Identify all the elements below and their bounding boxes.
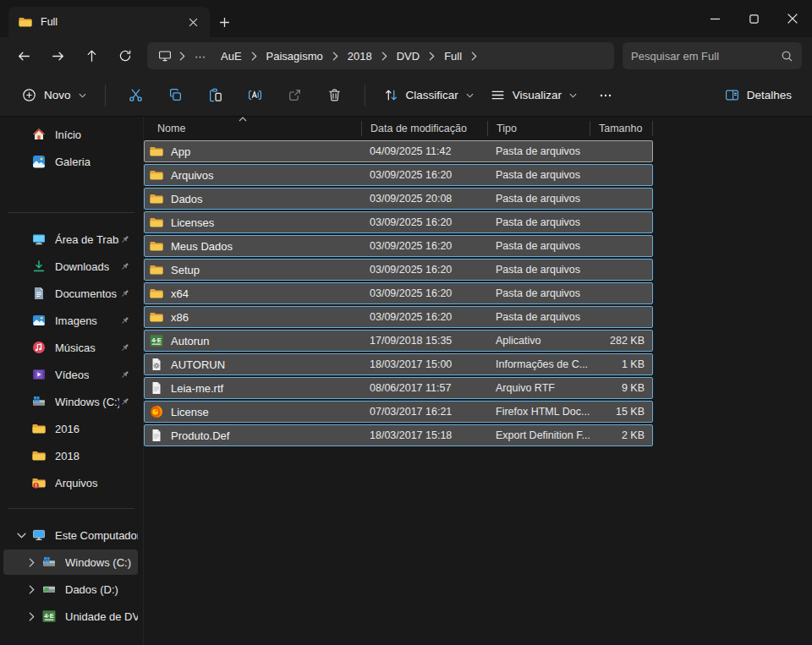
chevron-right-icon	[469, 52, 479, 61]
chevron-right-icon[interactable]	[20, 558, 42, 567]
file-name-cell: Meus Dados	[145, 239, 361, 253]
tab-close-icon[interactable]	[183, 12, 203, 32]
this-pc-icon	[32, 528, 46, 542]
chevron-down-icon	[569, 93, 577, 98]
file-row-setup[interactable]: Setup03/09/2025 16:20Pasta de arquivos	[144, 259, 653, 281]
close-icon[interactable]	[773, 0, 812, 37]
breadcrumb-this-pc[interactable]	[152, 46, 178, 66]
pin-icon	[119, 234, 130, 245]
sidebar-item-musicas[interactable]: Músicas	[3, 335, 138, 360]
rename-icon[interactable]	[235, 79, 275, 112]
sidebar-item-unidade-de-dvd[interactable]: 4·EUnidade de DVD	[3, 604, 138, 629]
sidebar-item-galeria[interactable]: Galeria	[3, 149, 138, 174]
new-tab-button[interactable]	[210, 7, 239, 37]
breadcrumb-2018[interactable]: 2018	[340, 46, 380, 66]
column-header-tamanho[interactable]: Tamanho	[590, 121, 653, 136]
details-button[interactable]: Detalhes	[716, 81, 800, 109]
cut-icon[interactable]	[116, 79, 156, 112]
sidebar-item-este-computador[interactable]: Este Computador	[3, 522, 138, 548]
file-type: Informações de C...	[487, 358, 590, 370]
up-icon[interactable]	[74, 42, 108, 69]
breadcrumb-aue[interactable]: AuE	[213, 46, 250, 66]
file-row-leia-me-rtf[interactable]: Leia-me.rtf08/06/2017 11:57Arquivo RTF9 …	[144, 377, 653, 399]
search-icon	[781, 50, 793, 63]
sidebar-item-2018[interactable]: 2018	[3, 443, 138, 468]
file-size: 15 KB	[590, 406, 652, 418]
navigation-pane: InícioGaleriaÁrea de TrabalhDownloadsDoc…	[0, 117, 144, 645]
breadcrumb-overflow[interactable]: ···	[187, 46, 213, 66]
sidebar-item-windows-c[interactable]: Windows (C:)	[3, 389, 138, 414]
new-button[interactable]: Novo	[14, 81, 95, 109]
file-name-cell: x64	[145, 287, 361, 300]
chevron-right-icon	[380, 52, 389, 61]
sort-button[interactable]: Classificar	[376, 81, 482, 109]
breadcrumb-full[interactable]: Full	[436, 46, 469, 66]
column-header-data-de-modificacao[interactable]: Data de modificação	[361, 121, 487, 136]
search-box[interactable]	[623, 42, 802, 69]
view-button[interactable]: Visualizar	[482, 81, 585, 109]
sidebar-item-dados-d[interactable]: Dados (D:)	[3, 577, 138, 602]
file-row-license[interactable]: License07/03/2017 16:21Firefox HTML Doc.…	[144, 401, 653, 423]
column-header-tipo[interactable]: Tipo	[487, 121, 590, 136]
file-name: x86	[171, 311, 189, 324]
file-row-meus-dados[interactable]: Meus Dados03/09/2025 16:20Pasta de arqui…	[144, 235, 653, 257]
file-row-x86[interactable]: x8603/09/2025 16:20Pasta de arquivos	[144, 306, 653, 328]
documents-icon	[32, 287, 46, 300]
sidebar-item-inicio[interactable]: Início	[3, 122, 138, 147]
sidebar-item-downloads[interactable]: Downloads	[3, 254, 138, 279]
list-header: Nome Data de modificação Tipo Tamanho	[144, 117, 653, 139]
sidebar-item-imagens[interactable]: Imagens	[3, 308, 138, 333]
svg-text:4·E: 4·E	[151, 336, 162, 344]
file-name-cell: Dados	[145, 192, 361, 205]
sidebar-item-documentos[interactable]: Documentos	[3, 281, 138, 306]
paste-icon[interactable]	[195, 79, 235, 112]
file-row-autorun[interactable]: 4·EAutorun17/09/2018 15:35Aplicativo282 …	[144, 330, 653, 352]
view-label: Visualizar	[513, 89, 562, 101]
share-icon[interactable]	[275, 79, 315, 112]
address-bar[interactable]: ···AuEPaisagismo2018DVDFull	[147, 42, 614, 69]
toolbar-separator	[105, 85, 106, 107]
more-options-icon[interactable]	[585, 79, 625, 112]
breadcrumb-dvd[interactable]: DVD	[389, 46, 427, 66]
folder-icon	[150, 239, 163, 253]
breadcrumb-paisagismo[interactable]: Paisagismo	[259, 46, 331, 66]
folder-icon	[32, 449, 46, 462]
sidebar-item-2016[interactable]: 2016	[3, 416, 138, 441]
pin-icon	[119, 396, 130, 407]
file-row-app[interactable]: App04/09/2025 11:42Pasta de arquivos	[144, 140, 653, 162]
file-row-produto-def[interactable]: Produto.Def18/03/2017 15:18Export Defini…	[144, 424, 653, 446]
file-name: x64	[171, 287, 189, 300]
file-name: Setup	[171, 264, 200, 276]
file-name: AUTORUN	[171, 358, 225, 371]
back-icon[interactable]	[7, 42, 41, 69]
details-pane-icon	[725, 88, 739, 102]
file-row-autorun[interactable]: AUTORUN18/03/2017 15:00Informações de C.…	[144, 353, 653, 375]
chevron-right-icon[interactable]	[20, 585, 42, 594]
explorer-tab[interactable]: Full	[8, 7, 210, 37]
chevron-down-icon[interactable]	[10, 533, 32, 538]
search-input[interactable]	[631, 50, 781, 63]
sidebar-item-windows-c[interactable]: Windows (C:)	[3, 549, 138, 575]
file-row-x64[interactable]: x6403/09/2025 16:20Pasta de arquivos	[144, 282, 653, 304]
file-name-cell: App	[145, 145, 361, 158]
copy-icon[interactable]	[156, 79, 195, 112]
forward-icon[interactable]	[41, 42, 74, 69]
maximize-icon[interactable]	[734, 0, 773, 37]
sidebar-item-arquivos[interactable]: Arquivos	[3, 470, 138, 495]
file-type: Pasta de arquivos	[487, 240, 590, 252]
file-name: App	[171, 145, 190, 158]
sidebar-item-label: Dados (D:)	[65, 583, 118, 596]
delete-icon[interactable]	[315, 79, 354, 112]
minimize-icon[interactable]	[695, 0, 734, 37]
file-row-dados[interactable]: Dados03/09/2025 20:08Pasta de arquivos	[144, 188, 653, 210]
column-label: Data de modificação	[370, 123, 467, 134]
refresh-icon[interactable]	[108, 42, 142, 69]
sidebar-item-videos[interactable]: Vídeos	[3, 362, 138, 387]
file-row-licenses[interactable]: Licenses03/09/2025 16:20Pasta de arquivo…	[144, 211, 653, 233]
sidebar-item-area-de-trabalh[interactable]: Área de Trabalh	[3, 227, 138, 252]
file-type: Aplicativo	[487, 335, 590, 347]
file-row-arquivos[interactable]: Arquivos03/09/2025 16:20Pasta de arquivo…	[144, 164, 653, 186]
column-header-nome[interactable]: Nome	[144, 121, 361, 136]
sidebar-item-label: 2018	[55, 450, 80, 462]
chevron-right-icon[interactable]	[20, 612, 42, 621]
